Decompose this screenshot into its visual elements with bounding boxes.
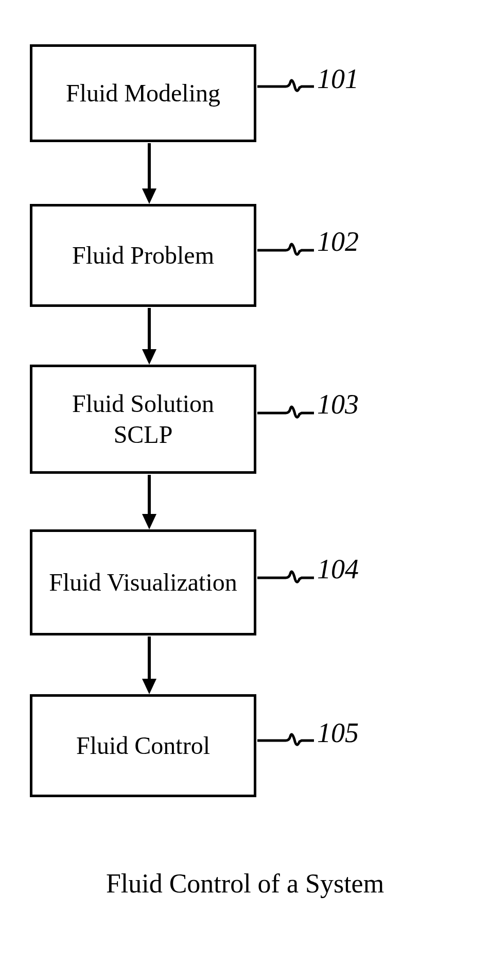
box-label-105: 105 xyxy=(317,717,359,749)
connector-squiggle-icon xyxy=(257,726,314,757)
connector-squiggle-icon xyxy=(257,72,314,103)
box-label-102: 102 xyxy=(317,226,359,257)
flow-box-text: Fluid Visualization xyxy=(49,567,237,598)
svg-marker-1 xyxy=(142,188,156,204)
flow-box-fluid-visualization: Fluid Visualization xyxy=(30,529,256,635)
diagram-caption: Fluid Control of a System xyxy=(0,868,490,899)
flowchart-diagram: Fluid Modeling Fluid Problem Fluid Solut… xyxy=(0,0,490,980)
arrow-down-icon xyxy=(139,143,160,204)
arrow-down-icon xyxy=(139,637,160,694)
flow-box-fluid-control: Fluid Control xyxy=(30,694,256,797)
box-label-103: 103 xyxy=(317,388,359,420)
connector-squiggle-icon xyxy=(257,399,314,429)
arrow-down-icon xyxy=(139,308,160,365)
flow-box-fluid-solution-sclp: Fluid SolutionSCLP xyxy=(30,365,256,474)
flow-box-fluid-problem: Fluid Problem xyxy=(30,204,256,307)
box-label-101: 101 xyxy=(317,63,359,95)
flow-box-text: Fluid Problem xyxy=(72,240,214,271)
box-label-104: 104 xyxy=(317,553,359,585)
svg-marker-5 xyxy=(142,514,156,529)
flow-box-text: Fluid Control xyxy=(76,730,210,761)
arrow-down-icon xyxy=(139,475,160,529)
connector-squiggle-icon xyxy=(257,236,314,267)
flow-box-text: Fluid Modeling xyxy=(66,78,220,109)
svg-marker-3 xyxy=(142,349,156,365)
svg-marker-7 xyxy=(142,679,156,694)
flow-box-fluid-modeling: Fluid Modeling xyxy=(30,44,256,142)
flow-box-text: Fluid SolutionSCLP xyxy=(72,388,214,450)
connector-squiggle-icon xyxy=(257,563,314,594)
